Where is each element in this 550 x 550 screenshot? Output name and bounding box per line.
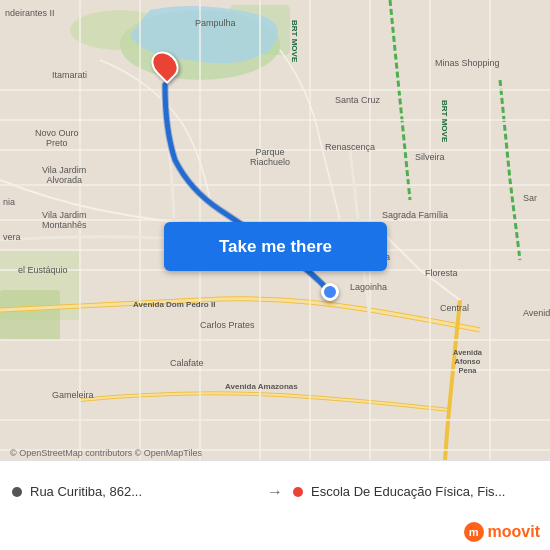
- origin-dot-icon: [12, 487, 22, 497]
- moovit-icon: m: [464, 522, 484, 542]
- origin-info: Rua Curitiba, 862...: [12, 484, 257, 499]
- destination-label: Escola De Educação Física, Fis...: [311, 484, 505, 499]
- destination-info: Escola De Educação Física, Fis...: [293, 484, 538, 499]
- moovit-logo: m moovit: [464, 522, 540, 542]
- moovit-icon-letter: m: [469, 526, 479, 538]
- bottom-bar: Rua Curitiba, 862... → Escola De Educaçã…: [0, 460, 550, 550]
- route-info: Rua Curitiba, 862... → Escola De Educaçã…: [12, 483, 538, 529]
- moovit-text: moovit: [488, 523, 540, 541]
- origin-label: Rua Curitiba, 862...: [30, 484, 142, 499]
- dest-dot-icon: [293, 487, 303, 497]
- arrow-right-icon: →: [267, 483, 283, 501]
- destination-marker: [153, 50, 177, 80]
- svg-rect-4: [0, 290, 60, 340]
- map-container: Pampulha Itamarati Santa Cruz Novo OuroP…: [0, 0, 550, 460]
- origin-marker: [321, 283, 339, 301]
- osm-attribution: © OpenStreetMap contributors © OpenMapTi…: [10, 448, 202, 458]
- take-me-there-button[interactable]: Take me there: [164, 222, 387, 271]
